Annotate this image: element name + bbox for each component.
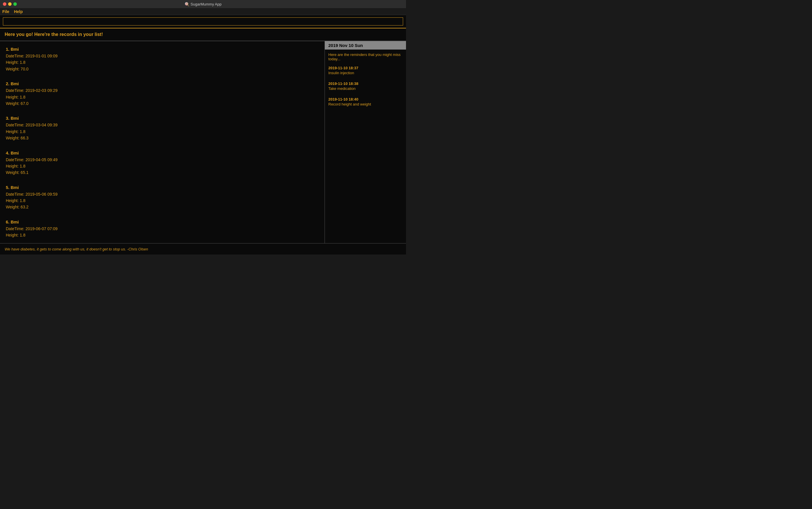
record-height: Height: 1.8 [6,129,26,134]
reminder-time: 2019-11-10 18:37 [328,66,402,70]
list-item: 2019-11-10 18:38 Take medication [325,80,406,93]
table-row: 5. BmiDateTime: 2019-05-06 09:59Height: … [6,184,319,210]
footer-quote: We have diabetes, it gets to come along … [5,247,148,251]
record-index-type: 4. Bmi [6,150,19,156]
record-height: Height: 1.8 [6,198,26,203]
window-controls[interactable] [3,2,17,6]
record-index-type: 6. Bmi [6,219,19,224]
reminders-date: 2019 Nov 10 Sun [325,41,406,49]
reminder-time: 2019-11-10 18:40 [328,97,402,101]
main-content: 1. BmiDateTime: 2019-01-01 09:09Height: … [0,41,406,243]
record-datetime: DateTime: 2019-04-05 09:49 [6,158,58,162]
header-message-container: Here you go! Here're the records in your… [0,28,406,41]
list-item: 2019-11-10 18:37 Insulin injection [325,64,406,77]
table-row: 2. BmiDateTime: 2019-02-03 09:29Height: … [6,80,319,107]
reminders-panel: 2019 Nov 10 Sun Here are the reminders t… [325,41,406,243]
record-weight: Weight: 65.1 [6,170,28,175]
titlebar: 🍭 SugarMummy App [0,0,406,8]
record-weight: Weight: 66.3 [6,136,28,140]
app-title: 🍭 SugarMummy App [185,2,222,6]
table-row: 6. BmiDateTime: 2019-06-07 07:09Height: … [6,218,319,239]
reminder-label: Record height and weight [328,102,402,106]
record-datetime: DateTime: 2019-03-04 09:39 [6,123,58,127]
app-icon: 🍭 [185,2,189,6]
menu-help[interactable]: Help [14,9,23,14]
reminders-items: 2019-11-10 18:37 Insulin injection 2019-… [325,64,406,108]
record-index-type: 3. Bmi [6,116,19,121]
record-height: Height: 1.8 [6,60,26,65]
record-index-type: 2. Bmi [6,81,19,86]
record-index-type: 1. Bmi [6,47,19,52]
close-button[interactable] [3,2,6,6]
record-weight: Weight: 63.2 [6,205,28,209]
record-datetime: DateTime: 2019-05-06 09:59 [6,192,58,197]
table-row: 4. BmiDateTime: 2019-04-05 09:49Height: … [6,149,319,176]
table-row: 1. BmiDateTime: 2019-01-01 09:09Height: … [6,46,319,72]
record-height: Height: 1.8 [6,164,26,168]
reminder-label: Take medication [328,87,402,91]
searchbar-container [0,15,406,28]
menubar: File Help [0,8,406,15]
record-datetime: DateTime: 2019-01-01 09:09 [6,54,58,58]
footer: We have diabetes, it gets to come along … [0,243,406,254]
list-item: 2019-11-10 18:40 Record height and weigh… [325,95,406,108]
reminder-label: Insulin injection [328,71,402,75]
header-message-text: Here you go! Here're the records in your… [5,32,103,37]
minimize-button[interactable] [8,2,11,6]
record-height: Height: 1.8 [6,95,26,99]
record-datetime: DateTime: 2019-02-03 09:29 [6,88,58,93]
menu-file[interactable]: File [2,9,9,14]
reminder-time: 2019-11-10 18:38 [328,81,402,86]
record-datetime: DateTime: 2019-06-07 07:09 [6,226,58,231]
record-weight: Weight: 67.0 [6,101,28,106]
maximize-button[interactable] [13,2,17,6]
record-weight: Weight: 70.0 [6,67,28,71]
reminders-subtitle: Here are the reminders that you might mi… [325,49,406,64]
search-input[interactable] [3,18,403,26]
record-index-type: 5. Bmi [6,185,19,190]
table-row: 3. BmiDateTime: 2019-03-04 09:39Height: … [6,115,319,141]
record-height: Height: 1.8 [6,233,26,237]
records-list: 1. BmiDateTime: 2019-01-01 09:09Height: … [0,41,325,243]
